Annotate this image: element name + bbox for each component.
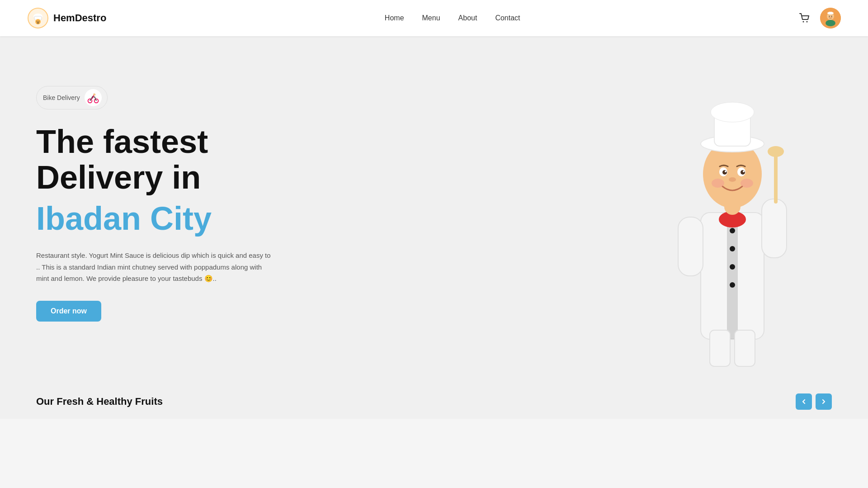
svg-rect-26 xyxy=(762,199,787,258)
svg-point-3 xyxy=(35,19,41,24)
svg-point-9 xyxy=(826,20,835,26)
svg-point-5 xyxy=(38,21,39,22)
hero-content: Bike Delivery The fastest Delivery in xyxy=(36,63,271,322)
nav-item-home[interactable]: Home xyxy=(385,14,404,22)
svg-rect-25 xyxy=(678,217,703,276)
hero-title-line1: The fastest xyxy=(36,123,208,160)
cart-icon[interactable] xyxy=(798,12,811,24)
svg-point-28 xyxy=(768,146,784,157)
svg-point-33 xyxy=(711,102,754,122)
hero-title-line2: Delivery in xyxy=(36,159,201,195)
svg-point-4 xyxy=(37,21,38,22)
fresh-section-title: Our Fresh & Healthy Fruits xyxy=(36,396,163,407)
chef-illustration xyxy=(665,86,800,380)
svg-rect-12 xyxy=(829,12,832,14)
svg-point-39 xyxy=(743,171,745,172)
nav-links: Home Menu About Contact xyxy=(385,14,520,22)
svg-point-14 xyxy=(831,16,832,17)
hero-title-accent: Ibadan City xyxy=(36,200,271,237)
chevron-right-icon xyxy=(820,398,827,405)
bike-icon xyxy=(87,91,99,104)
svg-point-22 xyxy=(730,264,735,270)
svg-point-23 xyxy=(730,282,735,288)
chevron-left-icon xyxy=(800,398,807,405)
svg-point-40 xyxy=(729,177,736,182)
brand-name-text: HemDestro xyxy=(53,12,106,24)
svg-point-42 xyxy=(741,179,753,188)
svg-point-38 xyxy=(725,171,726,172)
nav-item-contact[interactable]: Contact xyxy=(495,14,520,22)
svg-point-20 xyxy=(730,228,735,233)
order-now-button[interactable]: Order now xyxy=(36,301,101,322)
nav-link-contact[interactable]: Contact xyxy=(495,14,520,22)
svg-rect-44 xyxy=(735,330,755,366)
delivery-badge-text: Bike Delivery xyxy=(43,94,80,101)
svg-point-41 xyxy=(712,179,724,188)
nav-item-menu[interactable]: Menu xyxy=(422,14,440,22)
user-avatar[interactable] xyxy=(820,8,841,28)
svg-point-7 xyxy=(806,21,807,23)
svg-rect-43 xyxy=(710,330,730,366)
svg-rect-27 xyxy=(774,154,778,204)
delivery-badge: Bike Delivery xyxy=(36,86,108,109)
delivery-badge-icon xyxy=(85,89,102,106)
nav-link-home[interactable]: Home xyxy=(385,14,404,22)
hero-title: The fastest Delivery in xyxy=(36,124,271,195)
arrow-right-button[interactable] xyxy=(816,393,832,410)
svg-point-13 xyxy=(829,16,830,17)
nav-link-menu[interactable]: Menu xyxy=(422,14,440,22)
nav-item-about[interactable]: About xyxy=(458,14,477,22)
user-avatar-icon xyxy=(820,8,841,28)
hero-section: Bike Delivery The fastest Delivery in xyxy=(0,36,868,380)
svg-point-21 xyxy=(730,246,735,251)
bottom-bar: Our Fresh & Healthy Fruits xyxy=(0,380,868,419)
svg-point-6 xyxy=(802,21,804,23)
hero-description: Restaurant style. Yogurt Mint Sauce is d… xyxy=(36,250,271,284)
brand-logo-icon xyxy=(27,7,49,29)
chef-image xyxy=(660,72,805,380)
svg-point-36 xyxy=(722,170,727,175)
navbar-actions xyxy=(798,8,841,28)
arrow-left-button[interactable] xyxy=(796,393,812,410)
carousel-arrows xyxy=(796,393,832,410)
svg-point-37 xyxy=(741,170,745,175)
nav-link-about[interactable]: About xyxy=(458,14,477,22)
navbar: HemDestro Home Menu About Contact xyxy=(0,0,868,36)
brand-logo-area[interactable]: HemDestro xyxy=(27,7,106,29)
